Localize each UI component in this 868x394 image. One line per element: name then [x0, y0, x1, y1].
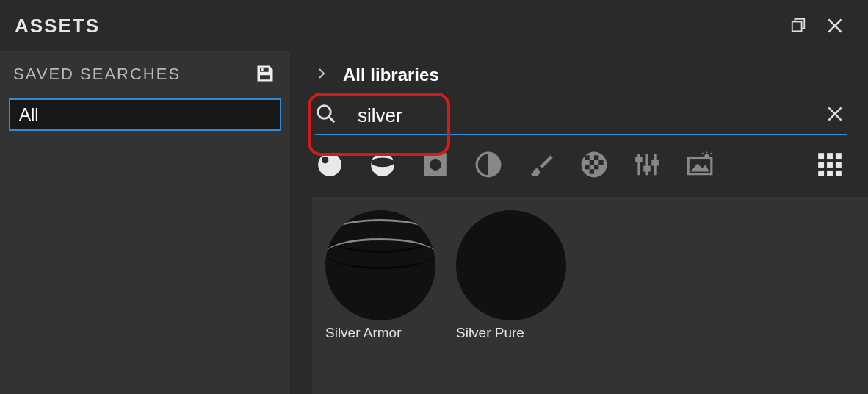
svg-rect-35	[827, 153, 833, 159]
svg-rect-38	[827, 162, 833, 168]
svg-rect-15	[585, 155, 589, 160]
svg-rect-36	[836, 153, 842, 159]
filter-sliders[interactable]	[632, 150, 662, 179]
svg-line-33	[702, 153, 704, 154]
dock-button[interactable]	[780, 11, 817, 40]
svg-rect-20	[594, 165, 598, 169]
svg-rect-21	[590, 169, 594, 173]
svg-rect-42	[836, 171, 842, 176]
svg-rect-27	[653, 161, 657, 165]
search-icon	[315, 103, 340, 128]
asset-thumbnail[interactable]: Silver Pure	[456, 210, 566, 341]
filter-multimaterial[interactable]	[368, 150, 397, 179]
svg-line-32	[710, 153, 712, 154]
svg-rect-41	[827, 171, 833, 176]
svg-rect-37	[818, 162, 824, 168]
svg-rect-39	[836, 162, 842, 168]
chevron-right-icon	[315, 67, 328, 84]
asset-label: Silver Armor	[325, 325, 435, 341]
svg-rect-34	[818, 153, 824, 159]
asset-thumbnail[interactable]: Silver Armor	[325, 210, 435, 341]
material-preview-icon	[456, 210, 566, 320]
sidebar: SAVED SEARCHES All	[0, 51, 290, 394]
search-row	[315, 98, 847, 135]
svg-point-8	[322, 157, 329, 164]
svg-point-12	[430, 159, 441, 171]
panel-title: ASSETS	[15, 15, 780, 37]
breadcrumb-label: All libraries	[343, 65, 439, 85]
svg-marker-29	[690, 163, 709, 171]
saved-search-item[interactable]: All	[9, 98, 281, 131]
clear-search-button[interactable]	[822, 104, 847, 126]
svg-point-3	[318, 106, 331, 119]
svg-line-4	[329, 117, 335, 123]
material-preview-icon	[325, 210, 435, 320]
save-search-button[interactable]	[255, 63, 277, 85]
svg-rect-19	[585, 165, 589, 169]
svg-rect-25	[637, 158, 641, 162]
svg-point-10	[371, 158, 394, 168]
filter-textures[interactable]	[421, 150, 450, 179]
filter-noise[interactable]	[579, 150, 609, 179]
results-grid: Silver Armor Silver Pure	[312, 197, 868, 394]
filter-materials[interactable]	[315, 150, 344, 179]
sidebar-heading: SAVED SEARCHES	[13, 65, 255, 84]
svg-rect-26	[645, 167, 649, 171]
svg-rect-40	[818, 171, 824, 176]
svg-point-30	[704, 154, 709, 159]
title-bar: ASSETS	[0, 0, 868, 51]
filter-environments[interactable]	[685, 150, 715, 179]
svg-rect-16	[594, 155, 598, 160]
search-input[interactable]	[340, 104, 822, 127]
asset-label: Silver Pure	[456, 325, 566, 341]
view-grid-button[interactable]	[815, 150, 845, 179]
main-panel: All libraries	[290, 51, 868, 394]
filter-colors[interactable]	[474, 150, 503, 179]
svg-rect-18	[598, 160, 603, 165]
svg-point-7	[318, 153, 341, 176]
svg-rect-0	[792, 22, 802, 32]
filter-brushes[interactable]	[527, 150, 556, 179]
filter-bar	[315, 135, 847, 194]
svg-rect-17	[590, 160, 594, 165]
breadcrumb[interactable]: All libraries	[315, 65, 847, 91]
close-button[interactable]	[817, 11, 853, 40]
